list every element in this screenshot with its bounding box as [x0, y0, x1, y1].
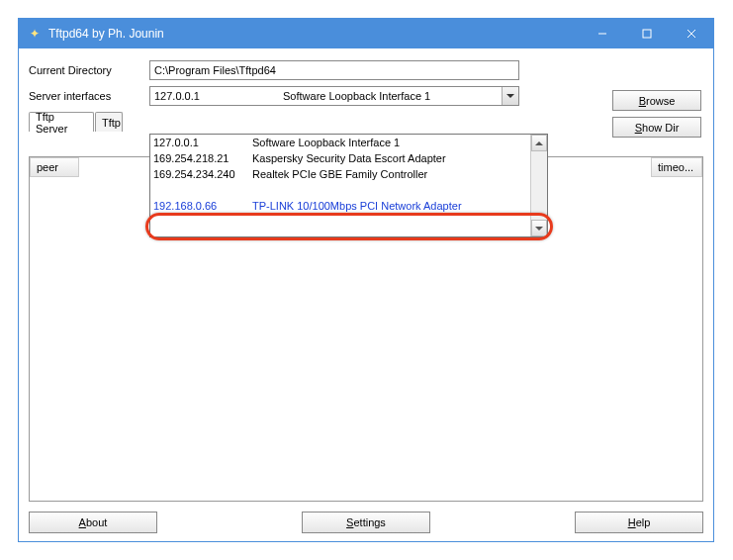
current-directory-row: Current Directory C:\Program Files\Tftpd… [29, 60, 703, 80]
settings-button[interactable]: Settings [302, 512, 430, 533]
app-window: ✦ Tftpd64 by Ph. Jounin Current Director… [18, 18, 714, 542]
server-interfaces-label: Server interfaces [29, 90, 149, 102]
current-directory-label: Current Directory [29, 64, 149, 76]
help-button[interactable]: Help [575, 512, 703, 533]
dropdown-item[interactable]: 127.0.0.1 Software Loopback Interface 1 [150, 135, 530, 150]
current-directory-value: C:\Program Files\Tftpd64 [154, 64, 276, 76]
svg-marker-4 [506, 94, 514, 98]
window-title: Tftpd64 by Ph. Jounin [48, 27, 580, 41]
selected-interface-ip: 127.0.0.1 [154, 90, 283, 102]
app-icon: ✦ [27, 26, 43, 42]
interfaces-dropdown-list: 127.0.0.1 Software Loopback Interface 1 … [149, 134, 548, 237]
dropdown-arrow-icon[interactable] [502, 87, 518, 105]
svg-marker-6 [535, 227, 543, 231]
column-header-timeout[interactable]: timeo... [651, 157, 702, 177]
dropdown-item[interactable]: 169.254.218.21 Kaspersky Security Data E… [150, 150, 530, 166]
titlebar[interactable]: ✦ Tftpd64 by Ph. Jounin [19, 19, 713, 48]
server-interfaces-dropdown[interactable]: 127.0.0.1 Software Loopback Interface 1 [149, 86, 519, 106]
maximize-button[interactable] [624, 19, 669, 48]
column-header-peer[interactable]: peer [30, 157, 79, 177]
dropdown-scrollbar[interactable] [530, 135, 547, 236]
bottom-button-row: About Settings Help [29, 512, 703, 533]
dropdown-item[interactable]: 169.254.234.240 Realtek PCIe GBE Family … [150, 166, 530, 182]
tab-tftp-partial[interactable]: Tftp [95, 112, 123, 132]
dropdown-item-highlighted[interactable]: 192.168.0.66 TP-LINK 10/100Mbps PCI Netw… [150, 198, 530, 214]
scroll-down-icon[interactable] [531, 220, 547, 236]
browse-button[interactable]: Browse [612, 90, 701, 111]
svg-marker-5 [535, 141, 543, 145]
svg-rect-1 [643, 30, 651, 38]
current-directory-field[interactable]: C:\Program Files\Tftpd64 [149, 60, 519, 80]
server-interfaces-row: Server interfaces 127.0.0.1 Software Loo… [29, 86, 703, 106]
about-button[interactable]: About [29, 512, 157, 533]
tabs-bar: Tftp Server Tftp [29, 112, 703, 132]
close-button[interactable] [669, 19, 713, 48]
scroll-up-icon[interactable] [531, 135, 547, 151]
client-area: Current Directory C:\Program Files\Tftpd… [19, 48, 713, 541]
tab-tftp-server[interactable]: Tftp Server [29, 112, 94, 132]
selected-interface-name: Software Loopback Interface 1 [283, 90, 430, 102]
minimize-button[interactable] [580, 19, 624, 48]
window-controls [580, 19, 713, 48]
dropdown-item[interactable] [150, 182, 530, 198]
